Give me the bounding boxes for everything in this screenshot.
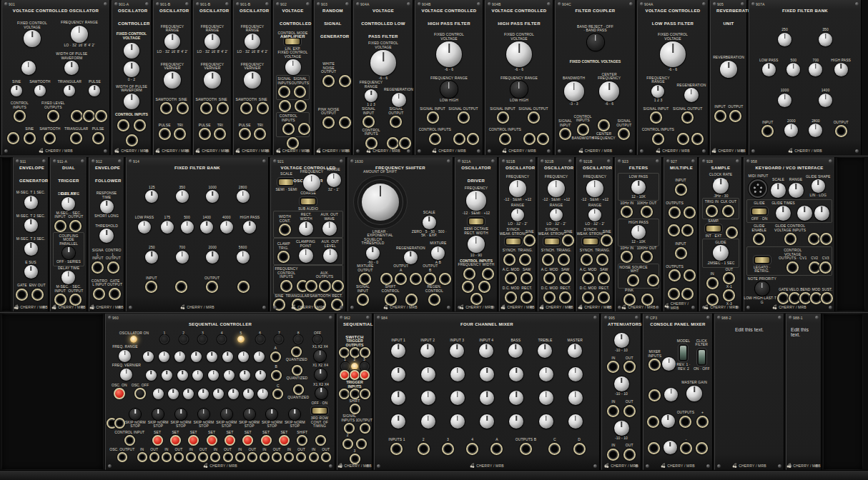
- frequency-knob[interactable]: [509, 180, 526, 197]
- in-patch-jack[interactable]: [260, 452, 270, 462]
- glide-times-knob[interactable]: [776, 206, 791, 221]
- env-out-patch-jack[interactable]: [31, 289, 44, 301]
- patch-jack[interactable]: [726, 226, 738, 239]
- osc-on-push-button[interactable]: [114, 388, 125, 399]
- in-patch-jack[interactable]: [186, 452, 196, 462]
- gate-patch-jack[interactable]: [16, 289, 28, 301]
- scale-knob[interactable]: [423, 216, 436, 229]
- sine-patch-jack[interactable]: [257, 102, 269, 114]
- sine-patch-jack[interactable]: [24, 132, 36, 144]
- input-1-knob[interactable]: [391, 344, 405, 358]
- center-frequency-patch-jack[interactable]: [598, 119, 610, 131]
- treble-knob[interactable]: [538, 344, 552, 358]
- frequency-control-inputs-patch-jack[interactable]: [280, 280, 292, 292]
- out-patch-jack[interactable]: [321, 452, 331, 462]
- 5600-knob[interactable]: [237, 251, 250, 264]
- knob[interactable]: [568, 391, 583, 405]
- aux-outputs-patch-jack[interactable]: [319, 280, 331, 292]
- patch-jack[interactable]: [339, 347, 350, 358]
- out-patch-jack[interactable]: [623, 449, 636, 461]
- 1000-knob[interactable]: [206, 190, 219, 203]
- frequency-range-knob[interactable]: [245, 34, 260, 49]
- pulse-patch-jack[interactable]: [159, 128, 171, 140]
- patch-jack[interactable]: [453, 133, 465, 145]
- low-pass-knob[interactable]: [762, 63, 776, 76]
- range-knob[interactable]: [588, 209, 601, 221]
- knob[interactable]: [391, 391, 405, 405]
- off-on-toggle-switch[interactable]: [312, 408, 327, 414]
- outputs-b-patch-jack[interactable]: [520, 443, 532, 455]
- 250-knob[interactable]: [778, 33, 791, 46]
- frequency-range-rotary-switch-knob[interactable]: [511, 81, 528, 98]
- knob[interactable]: [480, 367, 494, 381]
- push-button[interactable]: [350, 370, 360, 380]
- knob[interactable]: [124, 43, 139, 59]
- output-b-patch-jack[interactable]: [424, 273, 436, 285]
- scale-knob[interactable]: [771, 183, 786, 198]
- signal-input-patch-jack[interactable]: [363, 116, 375, 128]
- patch-jack[interactable]: [523, 133, 536, 145]
- 3-lamp-indicator[interactable]: [361, 363, 368, 370]
- input-2-knob[interactable]: [420, 344, 435, 358]
- sawtooth-patch-jack[interactable]: [44, 132, 56, 144]
- d-c-mod-patch-jack[interactable]: [505, 291, 517, 304]
- frequency-range-knob[interactable]: [164, 34, 180, 49]
- signal-output-patch-jack[interactable]: [618, 128, 630, 140]
- signal-outputs-patch-jack[interactable]: [294, 86, 306, 98]
- output-patch-jack[interactable]: [729, 110, 741, 122]
- patch-jack[interactable]: [279, 100, 291, 112]
- shift-patch-jack[interactable]: [297, 435, 307, 446]
- freq-range-knob[interactable]: [119, 350, 131, 362]
- knob[interactable]: [183, 389, 194, 399]
- click-filter-slide-switch[interactable]: [699, 350, 705, 364]
- frequency-knob[interactable]: [586, 180, 603, 197]
- set-push-button[interactable]: [207, 435, 217, 446]
- mixture-output-patch-jack[interactable]: [359, 273, 371, 285]
- patch-jack[interactable]: [647, 416, 659, 428]
- patch-jack[interactable]: [647, 274, 659, 286]
- clamp-trig-patch-jack[interactable]: [277, 251, 290, 263]
- pulse-patch-jack[interactable]: [199, 128, 211, 140]
- triangular-knob[interactable]: [64, 85, 75, 96]
- triang-patch-jack[interactable]: [519, 254, 531, 266]
- d-c-mod-patch-jack[interactable]: [582, 291, 594, 304]
- mixture-knob[interactable]: [431, 246, 445, 260]
- fixed-control-voltage-knob[interactable]: [506, 41, 532, 67]
- 2-patch-jack[interactable]: [418, 443, 430, 455]
- knob[interactable]: [421, 414, 435, 429]
- pulse-patch-jack[interactable]: [239, 128, 251, 140]
- freq-vernier-knob[interactable]: [120, 369, 132, 381]
- tri-patch-jack[interactable]: [174, 128, 186, 140]
- patch-jack[interactable]: [332, 280, 344, 292]
- patch-jack[interactable]: [808, 233, 820, 245]
- in-patch-jack[interactable]: [162, 452, 172, 462]
- 2800-knob[interactable]: [809, 124, 822, 137]
- rect-patch-jack[interactable]: [559, 291, 571, 304]
- control-inputs-patch-jack[interactable]: [429, 133, 441, 145]
- range-knob[interactable]: [550, 209, 563, 221]
- knob[interactable]: [228, 389, 239, 399]
- signal-inputs-1-patch-jack[interactable]: [344, 423, 355, 434]
- signal-input-patch-jack[interactable]: [427, 111, 439, 124]
- white-noise-output-patch-jack[interactable]: [322, 75, 335, 87]
- knob[interactable]: [450, 367, 465, 381]
- osc-output-patch-jack[interactable]: [117, 452, 127, 462]
- mixer-inputs-patch-jack[interactable]: [648, 359, 661, 371]
- output-patch-jack[interactable]: [69, 220, 82, 232]
- patch-jack[interactable]: [360, 389, 370, 399]
- 8-lamp-indicator[interactable]: [295, 336, 302, 343]
- out-patch-jack[interactable]: [723, 272, 735, 284]
- patch-jack[interactable]: [134, 119, 146, 131]
- patch-jack[interactable]: [95, 110, 107, 122]
- out-patch-jack[interactable]: [223, 452, 233, 462]
- frequency-vernier-knob[interactable]: [244, 71, 261, 89]
- set-push-button[interactable]: [242, 435, 253, 446]
- patch-jack[interactable]: [680, 442, 692, 454]
- 2000-knob[interactable]: [784, 124, 798, 137]
- signal-input-patch-jack[interactable]: [559, 128, 571, 140]
- knob[interactable]: [568, 414, 583, 429]
- fixed-control-voltage-knob[interactable]: [660, 41, 686, 67]
- synch-patch-jack[interactable]: [542, 254, 554, 266]
- patch-jack[interactable]: [668, 288, 680, 300]
- patch-jack[interactable]: [339, 75, 351, 87]
